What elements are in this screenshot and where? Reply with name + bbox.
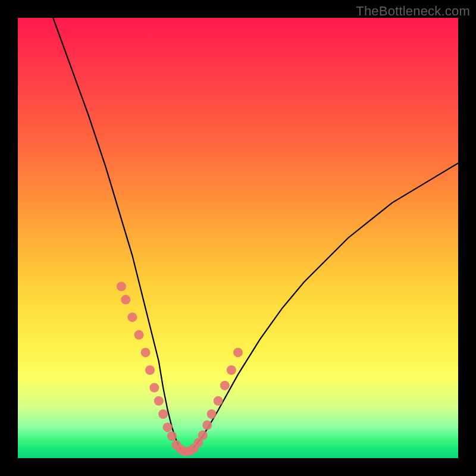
highlight-dot xyxy=(214,396,223,406)
highlight-dots xyxy=(117,281,243,456)
curve-line xyxy=(53,18,458,453)
highlight-dot xyxy=(207,409,217,419)
highlight-dot xyxy=(220,381,230,390)
highlight-dot xyxy=(167,431,177,441)
highlight-dot xyxy=(233,347,243,357)
bottleneck-curve xyxy=(18,18,458,458)
highlight-dot xyxy=(163,422,173,432)
chart-frame: TheBottleneck.com xyxy=(0,0,476,476)
highlight-dot xyxy=(127,312,137,322)
highlight-dot xyxy=(121,295,130,305)
highlight-dot xyxy=(202,421,212,430)
highlight-dot xyxy=(145,365,155,375)
highlight-dot xyxy=(149,383,159,393)
highlight-dot xyxy=(154,396,164,406)
highlight-dot xyxy=(141,347,151,357)
highlight-dot xyxy=(134,330,144,340)
plot-area xyxy=(18,18,458,458)
highlight-dot xyxy=(117,281,126,291)
highlight-dot xyxy=(198,431,208,440)
highlight-dot xyxy=(227,365,236,375)
highlight-dot xyxy=(158,409,168,419)
watermark-text: TheBottleneck.com xyxy=(356,4,470,19)
